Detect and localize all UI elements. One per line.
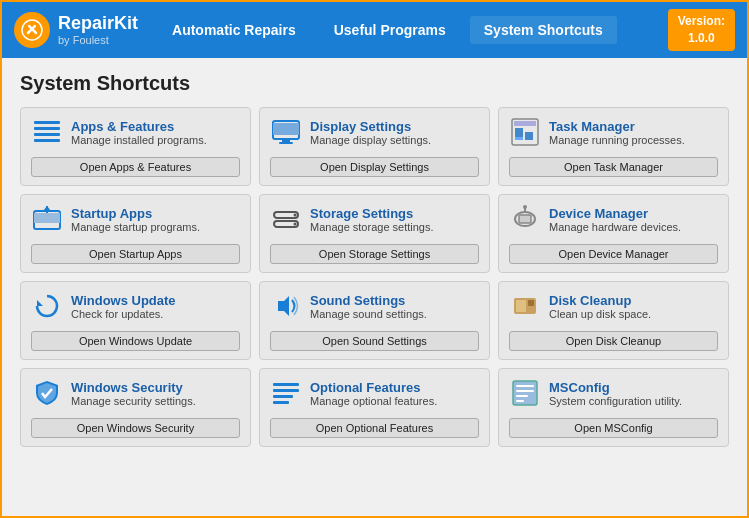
card-name: Task Manager — [549, 119, 685, 134]
card-header: Windows Security Manage security setting… — [31, 377, 196, 409]
card-button-device[interactable]: Open Device Manager — [509, 244, 718, 264]
shortcut-card-msconfig: MSConfig System configuration utility. O… — [498, 368, 729, 447]
update-icon — [31, 290, 63, 322]
card-header: Device Manager Manage hardware devices. — [509, 203, 681, 235]
section-title: System Shortcuts — [20, 72, 729, 95]
main-content: System Shortcuts Apps & Features Manage … — [2, 58, 747, 457]
card-desc: Clean up disk space. — [549, 308, 651, 320]
shortcut-card-apps: Apps & Features Manage installed program… — [20, 107, 251, 186]
card-header: Windows Update Check for updates. — [31, 290, 176, 322]
shortcut-card-optional: Optional Features Manage optional featur… — [259, 368, 490, 447]
card-name: Display Settings — [310, 119, 431, 134]
shortcut-card-storage: Storage Settings Manage storage settings… — [259, 194, 490, 273]
card-button-startup[interactable]: Open Startup Apps — [31, 244, 240, 264]
logo-title: RepairKit — [58, 14, 138, 34]
card-name: Windows Security — [71, 380, 196, 395]
version-label: Version: — [678, 14, 725, 28]
card-button-display[interactable]: Open Display Settings — [270, 157, 479, 177]
card-name: Sound Settings — [310, 293, 427, 308]
device-icon — [509, 203, 541, 235]
startup-icon — [31, 203, 63, 235]
card-desc: Manage storage settings. — [310, 221, 434, 233]
header: RepairKit by Foulest Automatic Repairs U… — [2, 2, 747, 58]
card-header: Sound Settings Manage sound settings. — [270, 290, 427, 322]
card-name: Optional Features — [310, 380, 437, 395]
card-header: Optional Features Manage optional featur… — [270, 377, 437, 409]
card-desc: Manage sound settings. — [310, 308, 427, 320]
card-desc: Manage security settings. — [71, 395, 196, 407]
logo-text: RepairKit by Foulest — [58, 14, 138, 46]
card-name: Storage Settings — [310, 206, 434, 221]
taskmanager-icon — [509, 116, 541, 148]
nav-automatic-repairs[interactable]: Automatic Repairs — [158, 16, 310, 44]
logo-sub: by Foulest — [58, 34, 138, 46]
disk-icon — [509, 290, 541, 322]
nav-useful-programs[interactable]: Useful Programs — [320, 16, 460, 44]
card-desc: Manage hardware devices. — [549, 221, 681, 233]
shortcuts-grid: Apps & Features Manage installed program… — [20, 107, 729, 447]
card-name: Disk Cleanup — [549, 293, 651, 308]
card-desc: Manage startup programs. — [71, 221, 200, 233]
apps-icon — [31, 116, 63, 148]
card-button-msconfig[interactable]: Open MSConfig — [509, 418, 718, 438]
version-box: Version: 1.0.0 — [668, 9, 735, 51]
card-name: Startup Apps — [71, 206, 200, 221]
card-header: MSConfig System configuration utility. — [509, 377, 682, 409]
nav: Automatic Repairs Useful Programs System… — [158, 16, 668, 44]
card-button-security[interactable]: Open Windows Security — [31, 418, 240, 438]
card-desc: System configuration utility. — [549, 395, 682, 407]
card-button-sound[interactable]: Open Sound Settings — [270, 331, 479, 351]
card-header: Startup Apps Manage startup programs. — [31, 203, 200, 235]
card-desc: Manage optional features. — [310, 395, 437, 407]
optional-icon — [270, 377, 302, 409]
card-desc: Manage running processes. — [549, 134, 685, 146]
nav-system-shortcuts[interactable]: System Shortcuts — [470, 16, 617, 44]
card-name: Windows Update — [71, 293, 176, 308]
shortcut-card-disk: Disk Cleanup Clean up disk space. Open D… — [498, 281, 729, 360]
card-header: Task Manager Manage running processes. — [509, 116, 685, 148]
card-name: Device Manager — [549, 206, 681, 221]
card-desc: Manage display settings. — [310, 134, 431, 146]
card-button-update[interactable]: Open Windows Update — [31, 331, 240, 351]
card-header: Storage Settings Manage storage settings… — [270, 203, 434, 235]
shortcut-card-sound: Sound Settings Manage sound settings. Op… — [259, 281, 490, 360]
card-header: Disk Cleanup Clean up disk space. — [509, 290, 651, 322]
display-icon — [270, 116, 302, 148]
card-name: MSConfig — [549, 380, 682, 395]
card-button-storage[interactable]: Open Storage Settings — [270, 244, 479, 264]
msconfig-icon — [509, 377, 541, 409]
shortcut-card-security: Windows Security Manage security setting… — [20, 368, 251, 447]
card-desc: Check for updates. — [71, 308, 176, 320]
card-header: Apps & Features Manage installed program… — [31, 116, 207, 148]
shortcut-card-taskmanager: Task Manager Manage running processes. O… — [498, 107, 729, 186]
shortcut-card-startup: Startup Apps Manage startup programs. Op… — [20, 194, 251, 273]
card-button-optional[interactable]: Open Optional Features — [270, 418, 479, 438]
security-icon — [31, 377, 63, 409]
card-desc: Manage installed programs. — [71, 134, 207, 146]
shortcut-card-update: Windows Update Check for updates. Open W… — [20, 281, 251, 360]
storage-icon — [270, 203, 302, 235]
sound-icon — [270, 290, 302, 322]
card-button-apps[interactable]: Open Apps & Features — [31, 157, 240, 177]
card-button-disk[interactable]: Open Disk Cleanup — [509, 331, 718, 351]
card-header: Display Settings Manage display settings… — [270, 116, 431, 148]
logo: RepairKit by Foulest — [14, 12, 138, 48]
card-button-taskmanager[interactable]: Open Task Manager — [509, 157, 718, 177]
version-value: 1.0.0 — [688, 31, 715, 45]
shortcut-card-device: Device Manager Manage hardware devices. … — [498, 194, 729, 273]
shortcut-card-display: Display Settings Manage display settings… — [259, 107, 490, 186]
card-name: Apps & Features — [71, 119, 207, 134]
logo-icon — [14, 12, 50, 48]
